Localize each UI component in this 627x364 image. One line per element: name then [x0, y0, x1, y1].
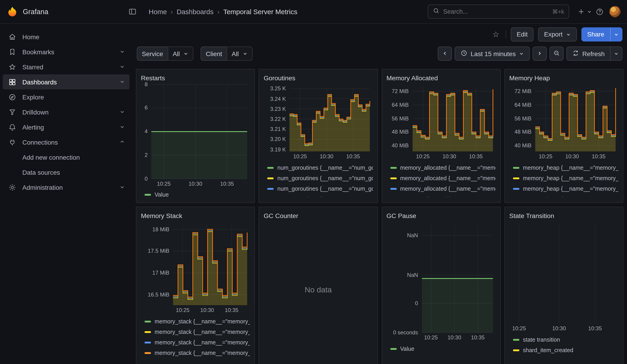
variable-service-select[interactable]: All — [168, 47, 193, 61]
panel-title[interactable]: Memory Allocated — [386, 73, 496, 84]
legend-item[interactable]: memory_heap {__name__="memory_h — [513, 173, 619, 183]
legend-item[interactable]: num_goroutines {__name__="num_go — [267, 194, 373, 197]
chart-plot[interactable] — [386, 222, 495, 343]
y-axis-label: 56 MiB — [386, 115, 409, 122]
panel-chart: 72 MiB64 MiB56 MiB48 MiB40 MiB10:2510:30… — [386, 84, 496, 161]
panel-title[interactable]: GC Counter — [264, 211, 373, 222]
y-axis-label: 3.20 K — [264, 136, 286, 143]
legend-item[interactable]: num_goroutines {__name__="num_go — [267, 162, 373, 173]
avatar[interactable] — [609, 6, 621, 17]
sidebar-item-administration[interactable]: Administration — [3, 180, 129, 195]
legend-item[interactable]: memory_stack {__name__="memory_s — [145, 327, 250, 337]
chart-plot[interactable] — [141, 222, 250, 315]
legend-item[interactable]: shard_item_created — [513, 345, 619, 355]
chart-plot[interactable] — [141, 81, 250, 189]
chevron-up-icon[interactable] — [119, 138, 125, 146]
legend-color-dash — [513, 177, 519, 179]
grafana-logo-icon[interactable] — [6, 6, 18, 18]
panel-chart: 3.25 K3.24 K3.23 K3.22 K3.21 K3.20 K3.19… — [264, 84, 373, 161]
edit-button[interactable]: Edit — [511, 27, 533, 41]
panel-goroutines: Goroutines 3.25 K3.24 K3.23 K3.22 K3.21 … — [259, 69, 378, 203]
sidebar-item-connections[interactable]: Connections — [3, 135, 129, 150]
chevron-down-icon[interactable] — [119, 108, 125, 116]
chevron-down-icon[interactable] — [119, 48, 125, 55]
legend-item[interactable]: Value — [390, 343, 496, 354]
sidebar-item-bookmarks[interactable]: Bookmarks — [3, 44, 129, 59]
legend-item[interactable]: memory_stack {__name__="memory_s — [145, 337, 250, 348]
x-axis-label: 10:30 — [443, 153, 456, 160]
panel-legend: Value — [141, 190, 250, 199]
time-range-button[interactable]: Last 15 minutes — [455, 47, 530, 61]
legend-label: memory_allocated {__name__="memo — [400, 196, 496, 197]
sidebar-item-explore[interactable]: Explore — [3, 89, 129, 104]
sidebar-item-dashboards[interactable]: Dashboards — [3, 74, 129, 89]
share-menu-button[interactable] — [610, 27, 623, 41]
time-forward-button[interactable] — [533, 47, 547, 61]
legend-item[interactable]: Value — [145, 190, 250, 199]
panel-legend: state transitionshard_item_created — [509, 334, 619, 357]
sidebar-item-home[interactable]: Home — [3, 29, 129, 44]
dock-menu-icon[interactable] — [126, 5, 139, 18]
legend-item[interactable]: memory_allocated {__name__="memo — [390, 173, 496, 183]
chevron-down-icon[interactable] — [119, 184, 125, 191]
favorite-star-icon[interactable]: ☆ — [491, 28, 501, 41]
panel-title[interactable]: Memory Stack — [141, 211, 250, 222]
legend-label: memory_heap {__name__="memory_h — [523, 185, 619, 192]
panel-title[interactable]: Restarts — [141, 73, 250, 81]
sidebar-item-data-sources[interactable]: Data sources — [3, 165, 129, 180]
chevron-down-icon[interactable] — [119, 63, 125, 70]
legend-item[interactable]: memory_heap {__name__="memory_h — [513, 194, 619, 197]
search-input[interactable]: Search... ⌘+k — [428, 4, 569, 19]
help-icon[interactable] — [594, 6, 606, 18]
chevron-right-icon: › — [217, 7, 219, 16]
legend-item[interactable]: num_goroutines {__name__="num_go — [267, 183, 373, 194]
legend-label: num_goroutines {__name__="num_go — [277, 164, 373, 171]
y-axis-label: 3.19 K — [264, 146, 286, 153]
legend-item[interactable]: memory_heap {__name__="memory_h — [513, 162, 619, 173]
legend-item[interactable]: memory_stack {__name__="memory_s — [145, 316, 250, 327]
legend-item[interactable]: memory_stack {__name__="memory_s — [145, 348, 250, 358]
sidebar-item-label: Home — [22, 33, 125, 40]
panel-title[interactable]: State Transition — [509, 211, 619, 222]
panel-chart: No data — [264, 222, 373, 359]
drilldown-icon — [8, 108, 16, 116]
sidebar-item-drilldown[interactable]: Drilldown — [3, 104, 129, 119]
legend-label: num_goroutines {__name__="num_go — [277, 175, 373, 181]
legend-item[interactable]: memory_heap {__name__="memory_h — [513, 183, 619, 194]
chart-plot[interactable] — [386, 84, 495, 161]
share-button[interactable]: Share — [581, 27, 610, 41]
legend-item[interactable]: memory_allocated {__name__="memo — [390, 162, 496, 173]
breadcrumb: Home › Dashboards › Temporal Server Metr… — [149, 7, 297, 16]
export-button[interactable]: Export — [538, 27, 576, 41]
chevron-right-icon — [537, 50, 542, 57]
panel-title[interactable]: Memory Heap — [509, 73, 619, 84]
breadcrumb-home[interactable]: Home — [149, 8, 167, 15]
x-axis-label: 10:30 — [565, 153, 579, 160]
chevron-down-icon[interactable] — [119, 123, 125, 131]
refresh-interval-button[interactable] — [611, 47, 623, 61]
breadcrumb-dashboards[interactable]: Dashboards — [177, 8, 214, 15]
legend-item[interactable]: num_goroutines {__name__="num_go — [267, 173, 373, 183]
refresh-button[interactable]: Refresh — [566, 47, 611, 61]
variable-client-select[interactable]: All — [227, 47, 252, 61]
legend-item[interactable]: memory_allocated {__name__="memo — [390, 194, 496, 197]
add-new-button[interactable] — [575, 6, 594, 17]
chart-plot[interactable] — [509, 222, 618, 333]
breadcrumb-current: Temporal Server Metrics — [223, 8, 297, 15]
sidebar-item-starred[interactable]: Starred — [3, 59, 129, 74]
panel-title[interactable]: Goroutines — [264, 73, 373, 84]
time-back-button[interactable] — [438, 47, 452, 61]
refresh-icon — [572, 50, 579, 58]
gear-icon — [8, 183, 16, 191]
legend-item[interactable]: memory_allocated {__name__="memo — [390, 183, 496, 194]
panel-title[interactable]: GC Pause — [386, 211, 496, 222]
sidebar-item-add-new-connection[interactable]: Add new connection — [3, 150, 129, 165]
x-axis-label: 10:35 — [220, 180, 234, 187]
chart-plot[interactable] — [509, 84, 618, 161]
zoom-out-button[interactable] — [549, 47, 564, 61]
chevron-down-icon[interactable] — [119, 78, 125, 86]
refresh-label: Refresh — [582, 50, 605, 57]
legend-item[interactable]: state transition — [513, 334, 619, 345]
scale-wrapper: Grafana Home › Dashboards › Temporal Ser… — [0, 0, 627, 364]
sidebar-item-alerting[interactable]: Alerting — [3, 119, 129, 135]
